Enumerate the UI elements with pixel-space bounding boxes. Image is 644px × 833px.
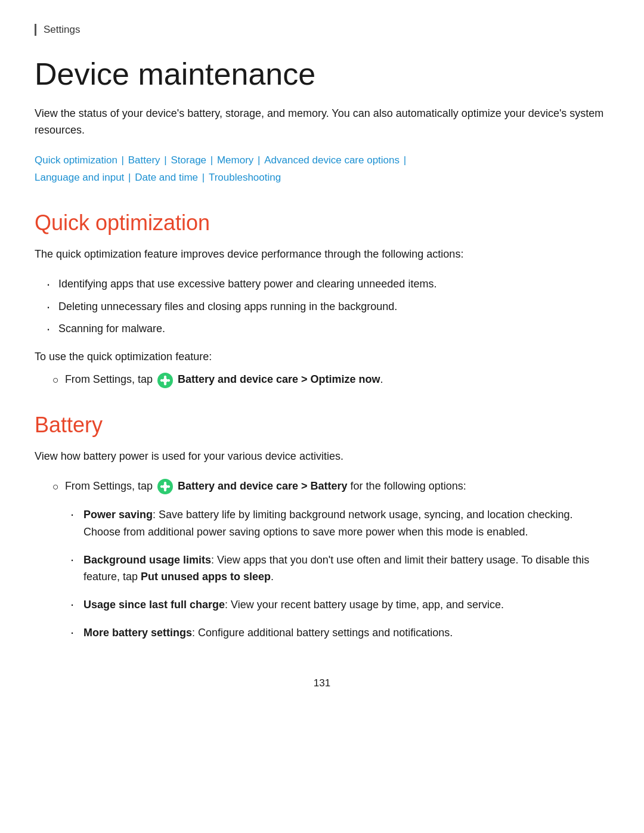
settings-gear-icon-2 (157, 479, 173, 494)
battery-desc: View how battery power is used for your … (35, 448, 609, 465)
put-unused-label: Put unused apps to sleep (141, 571, 271, 583)
svg-point-11 (163, 485, 167, 489)
nav-link-quick-optimization[interactable]: Quick optimization (35, 154, 117, 166)
nav-links: Quick optimization | Battery | Storage |… (35, 152, 609, 187)
battery-step: ○ From Settings, tap Battery and device … (35, 478, 609, 496)
power-saving-text: : Save battery life by limiting backgrou… (83, 509, 572, 538)
nav-link-troubleshooting[interactable]: Troubleshooting (209, 172, 281, 183)
power-saving-label: Power saving (83, 509, 153, 521)
nav-link-datetime[interactable]: Date and time (135, 172, 198, 183)
quick-optimization-bullets: Identifying apps that use excessive batt… (35, 276, 609, 338)
settings-gear-icon (157, 373, 173, 388)
battery-step-bold: Battery and device care > Battery (178, 480, 348, 492)
battery-step-text: From Settings, tap Battery and device ca… (65, 478, 609, 495)
quick-optimization-step: ○ From Settings, tap (35, 371, 609, 389)
list-item: Identifying apps that use excessive batt… (47, 276, 609, 293)
step-bold: Battery and device care > Optimize now (178, 373, 380, 385)
nav-link-storage[interactable]: Storage (171, 154, 207, 166)
circle-bullet: ○ (52, 372, 59, 389)
breadcrumb: Settings (35, 24, 609, 36)
nav-link-language[interactable]: Language and input (35, 172, 124, 183)
step-suffix: . (380, 373, 383, 385)
list-item: Background usage limits: View apps that … (70, 552, 609, 586)
list-item: Deleting unnecessary files and closing a… (47, 299, 609, 315)
more-battery-text: : Configure additional battery settings … (192, 627, 453, 639)
to-use-text: To use the quick optimization feature: (35, 351, 609, 363)
list-item: More battery settings: Configure additio… (70, 624, 609, 642)
page-number: 131 (35, 677, 609, 689)
list-item: Power saving: Save battery life by limit… (70, 506, 609, 541)
usage-since-text: : View your recent battery usage by time… (225, 599, 504, 611)
svg-point-1 (163, 378, 167, 382)
usage-since-label: Usage since last full charge (83, 599, 225, 611)
background-usage-end: . (271, 571, 274, 583)
nav-link-memory[interactable]: Memory (217, 154, 253, 166)
battery-title: Battery (35, 413, 609, 438)
quick-optimization-title: Quick optimization (35, 210, 609, 236)
nav-link-battery[interactable]: Battery (128, 154, 160, 166)
intro-text: View the status of your device's battery… (35, 106, 609, 139)
step-text: From Settings, tap (65, 371, 609, 388)
quick-optimization-desc: The quick optimization feature improves … (35, 246, 609, 263)
list-item: Usage since last full charge: View your … (70, 596, 609, 614)
background-usage-label: Background usage limits (83, 554, 211, 566)
quick-optimization-section: Quick optimization The quick optimizatio… (35, 210, 609, 389)
nav-link-advanced[interactable]: Advanced device care options (264, 154, 400, 166)
battery-section: Battery View how battery power is used f… (35, 413, 609, 642)
more-battery-label: More battery settings (83, 627, 192, 639)
list-item: Scanning for malware. (47, 321, 609, 337)
battery-options-list: Power saving: Save battery life by limit… (35, 506, 609, 642)
circle-bullet: ○ (52, 479, 59, 496)
page-title: Device maintenance (35, 57, 609, 91)
